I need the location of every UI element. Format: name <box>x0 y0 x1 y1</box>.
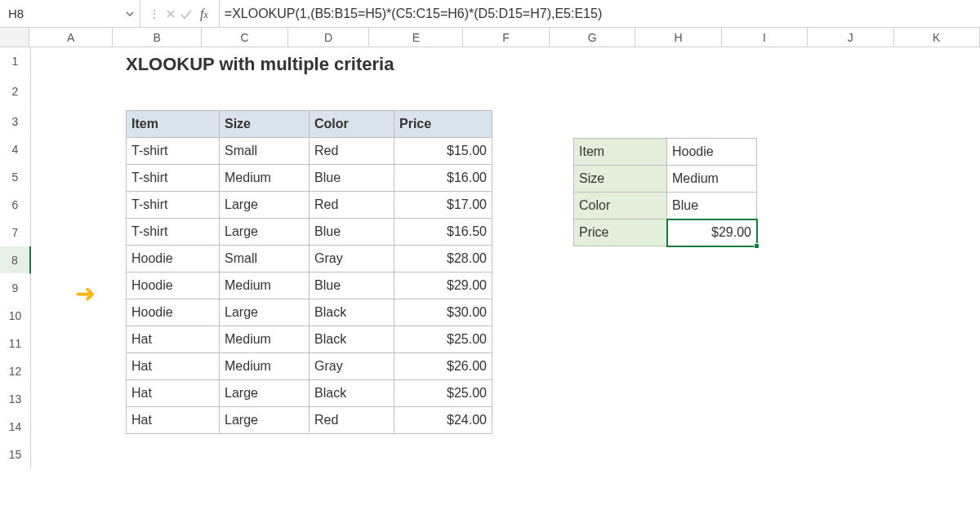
cell-color[interactable]: Blue <box>310 219 394 246</box>
column-header-I[interactable]: I <box>722 28 808 47</box>
row-header-3[interactable]: 3 <box>0 108 31 135</box>
cell-color[interactable]: Red <box>310 192 394 219</box>
cell-price[interactable]: $15.00 <box>394 138 492 165</box>
lookup-row: ColorBlue <box>574 193 757 219</box>
confirm-icon[interactable] <box>180 8 193 20</box>
cell-item[interactable]: Hat <box>127 353 220 380</box>
row-header-10[interactable]: 10 <box>0 302 31 330</box>
cell-color[interactable]: Red <box>310 138 394 165</box>
cell-item[interactable]: T-shirt <box>127 138 220 165</box>
fx-icon[interactable]: fx <box>196 7 212 21</box>
row-header-2[interactable]: 2 <box>0 75 31 108</box>
row-header-5[interactable]: 5 <box>0 163 31 191</box>
cell-size[interactable]: Large <box>220 192 310 219</box>
cell-price[interactable]: $28.00 <box>394 246 492 273</box>
chevron-down-icon[interactable] <box>120 9 140 19</box>
cell-color[interactable]: Black <box>310 299 394 326</box>
column-header-E[interactable]: E <box>369 28 463 47</box>
cell-color[interactable]: Blue <box>310 165 394 192</box>
lookup-table: ItemHoodieSizeMediumColorBluePrice$29.00 <box>573 138 757 246</box>
table-row: HoodieMediumBlue$29.00 <box>127 273 492 299</box>
cell-size[interactable]: Medium <box>220 273 310 299</box>
column-header-H[interactable]: H <box>635 28 721 47</box>
cell-item[interactable]: Hoodie <box>127 246 220 273</box>
cell-price[interactable]: $30.00 <box>394 299 492 326</box>
cell-color[interactable]: Red <box>310 407 394 434</box>
lookup-value[interactable]: Hoodie <box>667 139 757 166</box>
row-header-12[interactable]: 12 <box>0 357 31 385</box>
cell-item[interactable]: Hoodie <box>127 299 220 326</box>
column-headers: ABCDEFGHIJK <box>0 28 980 47</box>
selected-cell[interactable]: $29.00 <box>667 219 757 246</box>
row-header-7[interactable]: 7 <box>0 219 31 246</box>
column-header-C[interactable]: C <box>202 28 287 47</box>
name-box-value: H8 <box>8 7 120 20</box>
table-row: HatLargeRed$24.00 <box>127 407 492 434</box>
cell-size[interactable]: Large <box>220 299 310 326</box>
column-header-D[interactable]: D <box>288 28 370 47</box>
column-header-F[interactable]: F <box>463 28 549 47</box>
table-row: HatLargeBlack$25.00 <box>127 380 492 407</box>
cell-price[interactable]: $25.00 <box>394 326 492 353</box>
lookup-row: Price$29.00 <box>574 219 757 246</box>
cell-size[interactable]: Medium <box>220 353 310 380</box>
lookup-value[interactable]: Blue <box>667 193 757 219</box>
table-row: HoodieLargeBlack$30.00 <box>127 299 492 326</box>
column-header-A[interactable]: A <box>29 28 113 47</box>
lookup-value[interactable]: Medium <box>667 166 757 193</box>
fill-handle[interactable] <box>754 243 760 249</box>
formula-bar[interactable]: =XLOOKUP(1,(B5:B15=H5)*(C5:C15=H6)*(D5:D… <box>220 0 980 27</box>
row-header-1[interactable]: 1 <box>0 47 31 75</box>
cell-size[interactable]: Large <box>220 219 310 246</box>
cells-area[interactable]: XLOOKUP with multiple criteria ➜ ItemSiz… <box>31 47 980 468</box>
cell-size[interactable]: Medium <box>220 165 310 192</box>
row-header-9[interactable]: 9 <box>0 274 31 302</box>
cell-color[interactable]: Gray <box>310 353 394 380</box>
data-table: ItemSizeColorPrice T-shirtSmallRed$15.00… <box>126 110 492 434</box>
lookup-label: Price <box>574 219 667 246</box>
cell-item[interactable]: T-shirt <box>127 219 220 246</box>
arrow-right-icon: ➜ <box>75 279 96 308</box>
cell-color[interactable]: Black <box>310 380 394 407</box>
row-header-6[interactable]: 6 <box>0 191 31 219</box>
cell-size[interactable]: Small <box>220 246 310 273</box>
cell-size[interactable]: Small <box>220 138 310 165</box>
row-header-4[interactable]: 4 <box>0 135 31 163</box>
row-header-14[interactable]: 14 <box>0 413 31 441</box>
cell-item[interactable]: Hat <box>127 326 220 353</box>
cell-price[interactable]: $16.00 <box>394 165 492 192</box>
cell-color[interactable]: Blue <box>310 273 394 299</box>
table-row: HoodieSmallGray$28.00 <box>127 246 492 273</box>
column-header-B[interactable]: B <box>113 28 202 47</box>
cancel-icon[interactable] <box>165 8 176 20</box>
lookup-label: Color <box>574 193 667 219</box>
cell-price[interactable]: $24.00 <box>394 407 492 434</box>
cell-item[interactable]: Hoodie <box>127 273 220 299</box>
cell-price[interactable]: $17.00 <box>394 192 492 219</box>
row-header-13[interactable]: 13 <box>0 385 31 413</box>
spreadsheet-grid[interactable]: ABCDEFGHIJK 123456789101112131415 XLOOKU… <box>0 28 980 468</box>
cell-item[interactable]: Hat <box>127 407 220 434</box>
cell-item[interactable]: T-shirt <box>127 192 220 219</box>
row-header-8[interactable]: 8 <box>0 246 31 274</box>
row-header-11[interactable]: 11 <box>0 330 31 357</box>
column-header-J[interactable]: J <box>808 28 893 47</box>
cell-price[interactable]: $29.00 <box>394 273 492 299</box>
cell-color[interactable]: Black <box>310 326 394 353</box>
select-all-corner[interactable] <box>0 28 29 47</box>
column-header-K[interactable]: K <box>894 28 980 47</box>
column-header-G[interactable]: G <box>550 28 635 47</box>
row-header-15[interactable]: 15 <box>0 441 31 468</box>
cell-size[interactable]: Large <box>220 380 310 407</box>
table-row: T-shirtLargeBlue$16.50 <box>127 219 492 246</box>
cell-item[interactable]: Hat <box>127 380 220 407</box>
cell-price[interactable]: $25.00 <box>394 380 492 407</box>
cell-size[interactable]: Large <box>220 407 310 434</box>
cell-price[interactable]: $16.50 <box>394 219 492 246</box>
cell-price[interactable]: $26.00 <box>394 353 492 380</box>
cell-item[interactable]: T-shirt <box>127 165 220 192</box>
name-box[interactable]: H8 <box>0 0 140 27</box>
cell-size[interactable]: Medium <box>220 326 310 353</box>
lookup-row: ItemHoodie <box>574 139 757 166</box>
cell-color[interactable]: Gray <box>310 246 394 273</box>
